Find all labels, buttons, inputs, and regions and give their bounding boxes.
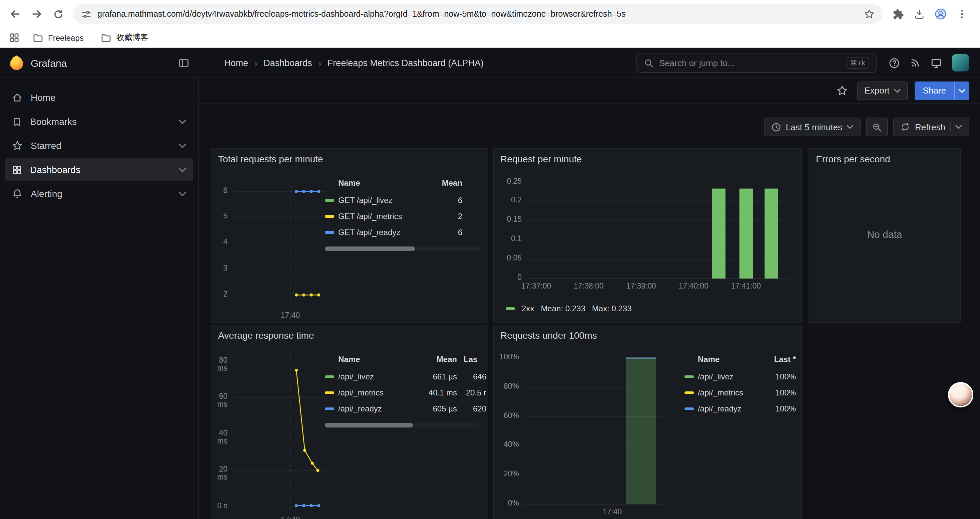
legend-header-row: Name Mean Las [325, 352, 486, 367]
folder-icon [101, 32, 112, 43]
bar-chart[interactable]: 100%80%60%40%20%0%17:40 [498, 345, 666, 519]
series-swatch [684, 407, 694, 410]
legend-header-mean[interactable]: Mean [428, 178, 462, 188]
panel-requests-under-100ms: Requests under 100ms 100%80%60%40%20%0%1… [493, 325, 802, 519]
legend-table: Name Mean GET /api/_livez 6 GET /api/_me… [325, 176, 482, 251]
timeseries-chart[interactable]: 80 ms60 ms40 ms20 ms0 s17:40 [215, 345, 332, 519]
legend-row[interactable]: /api/_readyz 100% [684, 401, 796, 417]
panel-title[interactable]: Total requests per minute [212, 149, 488, 164]
share-menu-chevron[interactable] [954, 81, 969, 100]
sidebar-item-alerting[interactable]: Alerting [5, 182, 193, 205]
grafana-logo[interactable] [10, 56, 24, 70]
y-axis-tick-label: 0.2 [498, 196, 522, 204]
sidebar-item-bookmarks[interactable]: Bookmarks [5, 110, 193, 133]
help-icon[interactable] [889, 57, 900, 69]
bookmark-star-icon[interactable] [864, 9, 875, 19]
legend-scrollbar[interactable] [325, 246, 482, 251]
chevron-down-icon[interactable] [955, 125, 962, 129]
series-swatch [325, 407, 334, 410]
series-swatch [325, 215, 334, 218]
forward-icon [31, 8, 43, 20]
legend-header-name[interactable]: Name [698, 355, 764, 364]
reload-button[interactable] [48, 4, 68, 24]
sidebar-item-dashboards[interactable]: Dashboards [5, 158, 193, 181]
screen: grafana.mathmast.com/d/deytv4rwavabkb/fr… [0, 0, 980, 519]
legend-row[interactable]: GET /api/_livez 6 [325, 192, 482, 208]
bookmark-folder-blogs[interactable]: 收藏博客 [97, 30, 153, 45]
time-range-label: Last 5 minutes [786, 122, 842, 132]
panel-legend: 2xx Mean: 0.233 Max: 0.233 [506, 304, 632, 313]
bar-chart[interactable]: 0.250.20.150.10.05017:37:0017:38:0017:39… [498, 172, 797, 296]
y-axis-tick-label: 5 [215, 212, 228, 220]
main-content: Export Share [199, 78, 980, 519]
y-axis-tick-label: 0.05 [498, 254, 522, 262]
chevron-down-icon[interactable] [179, 167, 186, 172]
url-text[interactable]: grafana.mathmast.com/d/deytv4rwavabkb/fr… [97, 10, 858, 19]
shortcut-badge: ⌘+k [846, 57, 869, 69]
legend-header-mean[interactable]: Mean [415, 355, 457, 364]
legend-row[interactable]: /api/_metrics 40.1 ms 20.5 r [325, 385, 486, 401]
panel-title[interactable]: Errors per second [809, 149, 960, 164]
dashboard-canvas: Last 5 minutes Refres [199, 104, 980, 519]
downloads-icon[interactable] [909, 4, 929, 24]
apps-grid-icon[interactable] [10, 33, 19, 43]
series-swatch [325, 231, 334, 234]
panel-title[interactable]: Requests under 100ms [494, 325, 801, 341]
forward-button[interactable] [27, 4, 47, 24]
share-button[interactable]: Share [915, 81, 954, 100]
sidebar-item-home[interactable]: Home [5, 86, 193, 109]
export-button[interactable]: Export [857, 81, 908, 100]
browser-menu-icon[interactable] [952, 4, 972, 24]
sidebar-item-label: Dashboards [30, 164, 80, 175]
chevron-down-icon[interactable] [179, 119, 186, 124]
legend-scrollbar[interactable] [325, 423, 480, 428]
breadcrumb-dashboards[interactable]: Dashboards [264, 58, 312, 68]
breadcrumb-home[interactable]: Home [224, 58, 248, 68]
panel-average-response-time: Average response time 80 ms60 ms40 ms20 … [211, 325, 488, 519]
user-avatar[interactable] [952, 54, 969, 72]
legend-header-name[interactable]: Name [338, 355, 415, 364]
legend-header-last[interactable]: Last * [764, 355, 796, 364]
site-controls-icon[interactable] [81, 9, 91, 19]
sidebar-item-label: Home [31, 92, 56, 103]
chevron-down-icon[interactable] [179, 192, 186, 196]
extensions-icon[interactable] [888, 4, 908, 24]
zoom-out-icon [872, 122, 882, 132]
panel-title[interactable]: Request per minute [494, 149, 801, 164]
timeseries-chart[interactable]: 6543217:40 [215, 169, 332, 323]
bookmark-label: Freeleaps [48, 33, 84, 42]
browser-profile-avatar[interactable] [931, 4, 951, 24]
series-name[interactable]: 2xx [522, 304, 534, 313]
panel-total-requests-per-minute: Total requests per minute 6543217:40 Nam… [211, 148, 488, 323]
chevron-down-icon[interactable] [179, 143, 186, 148]
panel-title[interactable]: Average response time [212, 325, 488, 341]
favorite-star-button[interactable] [834, 82, 850, 99]
scrollbar-thumb[interactable] [325, 246, 415, 251]
home-icon [12, 92, 23, 103]
search-input[interactable]: Search or jump to... ⌘+k [636, 53, 877, 73]
legend-table: Name Last * /api/_livez 100% /api/_metri… [684, 352, 796, 417]
breadcrumb-current: Freeleaps Metrics Dashboard (ALPHA) [328, 58, 484, 68]
refresh-button[interactable]: Refresh [894, 118, 969, 136]
legend-row[interactable]: /api/_readyz 605 µs 620 [325, 401, 486, 417]
bookmark-folder-freeleaps[interactable]: Freeleaps [29, 30, 88, 45]
legend-row[interactable]: /api/_metrics 100% [684, 385, 796, 401]
legend-header-name[interactable]: Name [338, 178, 428, 188]
chat-widget-avatar[interactable] [948, 382, 973, 407]
display-monitor-icon[interactable] [931, 57, 942, 69]
legend-row[interactable]: GET /api/_readyz 6 [325, 224, 482, 241]
legend-row[interactable]: /api/_livez 100% [684, 369, 796, 385]
legend-header-row: Name Mean [325, 176, 482, 190]
scrollbar-thumb[interactable] [325, 423, 413, 428]
legend-header-last[interactable]: Las [457, 355, 486, 364]
url-bar[interactable]: grafana.mathmast.com/d/deytv4rwavabkb/fr… [73, 4, 883, 24]
news-rss-icon[interactable] [910, 57, 921, 68]
sidebar-item-starred[interactable]: Starred [5, 134, 193, 157]
legend-row[interactable]: /api/_livez 661 µs 646 [325, 369, 486, 385]
zoom-out-button[interactable] [866, 118, 888, 136]
back-button[interactable] [5, 4, 25, 24]
sidebar-toggle-button[interactable] [178, 57, 189, 69]
legend-row[interactable]: GET /api/_metrics 2 [325, 208, 482, 224]
time-range-picker[interactable]: Last 5 minutes [764, 118, 861, 136]
y-axis-tick-label: 40% [498, 441, 519, 449]
